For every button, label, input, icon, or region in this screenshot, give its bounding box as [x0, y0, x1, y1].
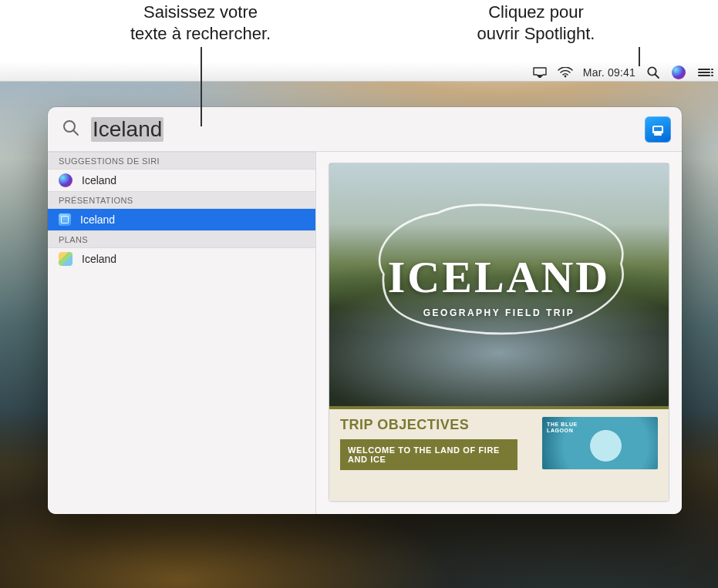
preview-lower-slide: TRIP OBJECTIVES WELCOME TO THE LAND OF F…: [329, 406, 669, 501]
result-map[interactable]: Iceland: [48, 248, 315, 270]
siri-icon[interactable]: [671, 65, 686, 80]
menubar-datetime[interactable]: Mar. 09:41: [583, 66, 635, 79]
preview-hero-slide: ICELAND GEOGRAPHY FIELD TRIP: [329, 163, 669, 406]
result-label: Iceland: [80, 213, 115, 226]
spotlight-icon[interactable]: [646, 65, 661, 80]
notification-center-icon[interactable]: [696, 65, 712, 80]
top-hit-app-icon: [645, 116, 671, 143]
preview-subtitle: GEOGRAPHY FIELD TRIP: [388, 307, 611, 318]
results-category-maps: PLANS: [48, 230, 315, 248]
spotlight-query-text[interactable]: Iceland: [91, 117, 163, 142]
callout-open-spotlight: Cliquez pour ouvrir Spotlight.: [416, 2, 656, 44]
siri-icon: [59, 173, 72, 187]
result-siri-suggestion[interactable]: Iceland: [48, 170, 315, 191]
preview-thumbnail-label: THE BLUE LAGOON: [547, 422, 578, 433]
search-icon: [62, 119, 80, 140]
result-label: Iceland: [82, 174, 116, 186]
preview-thumbnail: THE BLUE LAGOON: [542, 417, 658, 469]
svg-point-0: [564, 75, 566, 77]
wifi-icon[interactable]: [558, 65, 573, 80]
maps-icon: [59, 252, 72, 266]
spotlight-search-bar[interactable]: Iceland: [48, 107, 682, 152]
result-presentation[interactable]: Iceland: [48, 209, 315, 230]
keynote-preview: ICELAND GEOGRAPHY FIELD TRIP TRIP OBJECT…: [329, 163, 669, 502]
spotlight-window: Iceland SUGGESTIONS DE SIRI Iceland PRÉS…: [48, 107, 682, 514]
preview-section-heading: TRIP OBJECTIVES: [340, 417, 533, 433]
spotlight-results-list: SUGGESTIONS DE SIRI Iceland PRÉSENTATION…: [48, 152, 316, 514]
menu-bar: Mar. 09:41: [0, 63, 718, 82]
callout-search-text: Saisissez votre texte à rechercher.: [81, 2, 320, 44]
spotlight-preview-pane: ICELAND GEOGRAPHY FIELD TRIP TRIP OBJECT…: [316, 152, 682, 514]
results-category-siri: SUGGESTIONS DE SIRI: [48, 152, 315, 170]
svg-line-2: [656, 74, 659, 78]
results-category-presentations: PRÉSENTATIONS: [48, 191, 315, 209]
result-label: Iceland: [82, 253, 116, 265]
preview-title: ICELAND: [388, 251, 611, 303]
callout-leader-line: [201, 47, 202, 126]
preview-welcome-box: WELCOME TO THE LAND OF FIRE AND ICE: [340, 439, 517, 470]
svg-line-4: [73, 130, 78, 135]
airplay-icon[interactable]: [532, 65, 548, 80]
callout-leader-line: [639, 47, 640, 66]
keynote-icon: [59, 213, 71, 226]
